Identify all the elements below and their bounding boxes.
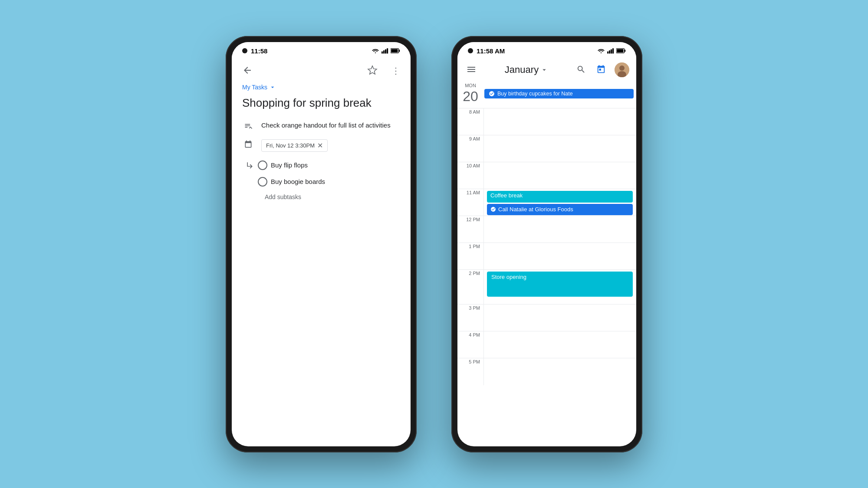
svg-rect-8 [609,50,610,53]
description-icon-area [242,121,254,130]
hour-8am: 8 AM [457,108,636,135]
hour-line-10am [483,162,636,189]
hour-line-8am [483,108,636,135]
tasks-toolbar: ⋮ [232,58,411,84]
hour-label-2pm: 2 PM [457,270,483,304]
all-day-area: Buy birthday cupcakes for Nate [483,81,636,108]
description-row: Check orange handout for full list of ac… [242,121,400,131]
subtask-label-2: Buy boogie boards [271,178,325,185]
calendar-month-title[interactable]: January [505,64,548,75]
battery-icon [391,48,400,53]
hour-label-8am: 8 AM [457,108,483,135]
hour-1pm: 1 PM [457,243,636,270]
hour-12pm: 12 PM [457,216,636,243]
back-icon [242,65,253,75]
task-check-icon [490,206,496,212]
calendar-toolbar: January [457,58,636,81]
menu-button[interactable] [464,62,478,78]
task-complete-icon [489,91,495,97]
more-button[interactable]: ⋮ [388,62,404,80]
svg-rect-13 [617,49,623,52]
description-text: Check orange handout for full list of ac… [261,121,391,131]
close-icon[interactable]: ✕ [317,141,323,150]
hour-line-9am [483,135,636,162]
subtask-checkbox-1[interactable] [258,160,267,170]
status-time-1: 11:58 [251,47,267,55]
hour-4pm: 4 PM [457,331,636,358]
search-button[interactable] [575,63,588,77]
svg-rect-1 [383,50,385,53]
month-dropdown-icon [540,66,548,74]
camera-dot-2 [468,48,473,53]
subtask-checkbox-2[interactable] [258,177,267,187]
day-number-area: Mon 20 [457,81,483,108]
calendar-view-button[interactable] [595,63,608,77]
call-natalie-event[interactable]: Call Natalie at Glorious Foods [487,204,633,215]
hour-label-12pm: 12 PM [457,216,483,242]
dropdown-icon [269,84,276,91]
calendar-view-icon [596,65,606,74]
hour-line-5pm [483,358,636,385]
svg-rect-2 [385,49,386,54]
user-avatar[interactable] [615,62,629,77]
subtask-label-1: Buy flip flops [271,161,308,169]
calendar-grid: 8 AM 9 AM 10 AM 11 AM Coffee break [457,108,636,446]
subtask-row-1: Buy flip flops [242,160,400,170]
hamburger-icon [466,64,477,75]
status-icons-2 [597,48,626,54]
date-chip[interactable]: Fri, Nov 12 3:30PM ✕ [261,139,328,152]
hour-label-3pm: 3 PM [457,305,483,331]
hour-9am: 9 AM [457,135,636,162]
hour-2pm: 2 PM Store opening [457,270,636,305]
hour-line-1pm [483,243,636,269]
toolbar-icons [575,62,629,77]
hour-label-4pm: 4 PM [457,331,483,358]
hour-line-3pm [483,305,636,331]
battery-icon-2 [616,48,626,53]
status-left-1: 11:58 [242,47,267,55]
subtask-row-2: Buy boogie boards [242,177,400,187]
status-bar-1: 11:58 [232,42,411,58]
hour-10am: 10 AM [457,162,636,189]
hour-3pm: 3 PM [457,305,636,331]
signal-icon-2 [607,48,614,54]
svg-point-15 [619,66,625,71]
date-chip-label: Fri, Nov 12 3:30PM [266,142,315,149]
store-opening-event[interactable]: Store opening [487,272,633,297]
all-day-event[interactable]: Buy birthday cupcakes for Nate [484,89,634,98]
hour-11am: 11 AM Coffee break Call Natalie at Glori… [457,189,636,216]
svg-rect-6 [391,49,398,52]
call-natalie-label: Call Natalie at Glorious Foods [498,206,573,213]
day-name: Mon [465,83,476,88]
phone-calendar: 11:58 AM [451,36,642,452]
hour-label-1pm: 1 PM [457,243,483,269]
day-num: 20 [463,88,478,105]
add-subtasks[interactable]: Add subtasks [242,193,400,200]
date-icon-area [242,139,254,149]
status-bar-2: 11:58 AM [457,42,636,58]
star-button[interactable] [364,62,381,80]
avatar-image [615,62,629,77]
coffee-break-event[interactable]: Coffee break [487,191,633,203]
tasks-content: My Tasks Shopping for spring break Check… [232,84,411,446]
date-row: Fri, Nov 12 3:30PM ✕ [242,139,400,152]
all-day-event-label: Buy birthday cupcakes for Nate [497,91,573,97]
subtask-indent-icon [246,161,254,170]
store-opening-label: Store opening [491,274,526,280]
status-left-2: 11:58 AM [468,47,505,55]
calendar-day-header: Mon 20 Buy birthday cupcakes for Nate [457,81,636,108]
hour-label-11am: 11 AM [457,189,483,216]
search-icon [576,65,586,74]
svg-rect-10 [612,48,614,53]
my-tasks-label[interactable]: My Tasks [242,84,400,91]
status-icons-1 [372,48,400,54]
calendar-icon [244,140,253,149]
wifi-icon [372,48,379,54]
hour-label-5pm: 5 PM [457,358,483,385]
back-button[interactable] [239,62,256,80]
calendar-screen: 11:58 AM [457,42,636,446]
phone-tasks: 11:58 [226,36,417,452]
coffee-break-label: Coffee break [490,192,523,199]
hour-5pm: 5 PM [457,358,636,385]
svg-rect-3 [387,48,388,53]
